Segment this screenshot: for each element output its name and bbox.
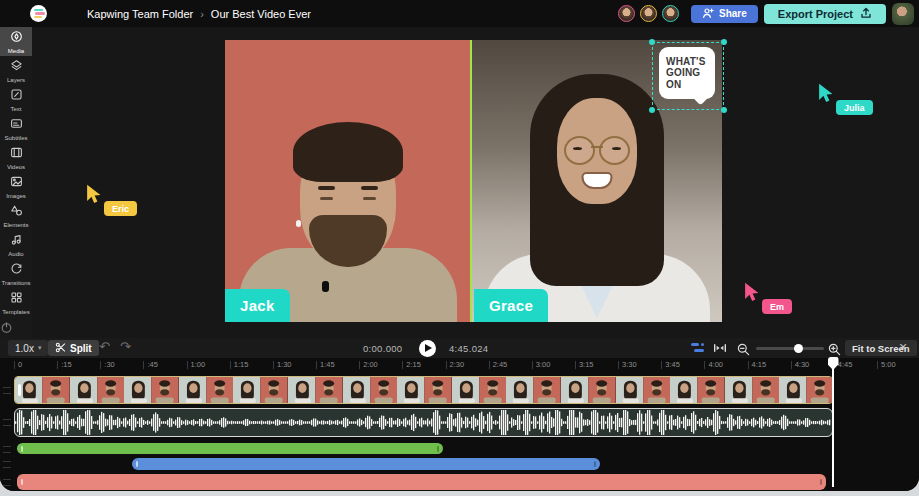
templates-icon: [10, 290, 23, 308]
speech-bubble-selection[interactable]: WHAT'S GOING ON: [652, 42, 724, 110]
sidebar-item-label: Videos: [7, 164, 25, 170]
fit-timeline-icon[interactable]: [713, 341, 727, 359]
sidebar-item-audio[interactable]: Audio: [0, 230, 32, 259]
sidebar-item-layers[interactable]: Layers: [0, 56, 32, 85]
zoom-out-icon[interactable]: [737, 342, 750, 360]
timeline-ruler[interactable]: 0:15:30:451:001:151:301:452:002:152:302:…: [0, 358, 919, 372]
sidebar-item-label: Templates: [2, 309, 29, 315]
play-button[interactable]: [419, 340, 436, 357]
ruler-label: 4:00: [704, 361, 723, 369]
layers-icon: [10, 58, 23, 76]
ruler-label: 4:15: [748, 361, 767, 369]
cursor-julia: Julia: [815, 82, 837, 108]
speech-bubble[interactable]: WHAT'S GOING ON: [659, 47, 715, 99]
ruler-label: 2:45: [489, 361, 508, 369]
clip-green[interactable]: [17, 443, 443, 454]
trim-handle-right[interactable]: [820, 479, 822, 485]
trim-handle-left[interactable]: [21, 446, 23, 452]
breadcrumb-folder[interactable]: Kapwing Team Folder: [87, 8, 193, 20]
speech-bubble-tail: [693, 90, 709, 106]
close-timeline-icon[interactable]: ×: [899, 339, 907, 355]
speed-value: 1.0x: [15, 343, 34, 354]
track-handle-icon: [3, 419, 11, 426]
collaborator-avatars: [618, 5, 679, 22]
playback-speed-dropdown[interactable]: 1.0x ▾: [8, 340, 48, 356]
sidebar-item-label: Subtitles: [4, 135, 27, 141]
ruler-label: :30: [100, 361, 114, 369]
breadcrumb: Kapwing Team Folder › Our Best Video Eve…: [87, 8, 311, 20]
jack-face: [300, 134, 396, 262]
trim-handle-left[interactable]: [136, 461, 138, 467]
clip-red[interactable]: [17, 474, 826, 490]
ruler-label: 1:00: [187, 361, 206, 369]
trim-handle[interactable]: [18, 384, 21, 396]
sidebar-item-media[interactable]: Media: [0, 27, 32, 56]
total-duration: 4:45.024: [449, 343, 488, 354]
images-icon: [10, 174, 23, 192]
sidebar-item-templates[interactable]: Templates: [0, 288, 32, 317]
sidebar-item-text[interactable]: Text: [0, 85, 32, 114]
name-tag-grace[interactable]: Grace: [474, 289, 548, 322]
timeline-rows-icon[interactable]: [691, 343, 705, 353]
selection-handle[interactable]: [721, 39, 727, 45]
cursor-label: Em: [762, 299, 792, 314]
ruler-label: 2:30: [446, 361, 465, 369]
breadcrumb-project-title[interactable]: Our Best Video Ever: [211, 8, 311, 20]
selection-handle[interactable]: [649, 107, 655, 113]
sidebar-item-label: Layers: [7, 77, 25, 83]
selection-handle[interactable]: [649, 39, 655, 45]
timeline-zoom-slider[interactable]: [756, 347, 824, 350]
clip-blue[interactable]: [132, 458, 600, 470]
zoom-slider-thumb[interactable]: [794, 344, 803, 353]
top-bar: Kapwing Team Folder › Our Best Video Eve…: [0, 0, 919, 27]
sidebar-item-videos[interactable]: Videos: [0, 143, 32, 172]
ruler-label: 2:00: [359, 361, 378, 369]
sidebar-item-images[interactable]: Images: [0, 172, 32, 201]
sidebar-item-label: Text: [10, 106, 21, 112]
plugins-icon: [0, 320, 13, 338]
ruler-label: 3:15: [575, 361, 594, 369]
sidebar-item-transitions[interactable]: Transitions: [0, 259, 32, 288]
name-tag-jack[interactable]: Jack: [225, 289, 290, 322]
media-icon: [10, 29, 23, 47]
header-actions: Share Export Project: [618, 3, 919, 25]
playhead-line: [832, 369, 834, 487]
video-left-jack[interactable]: Jack: [225, 40, 470, 322]
audio-icon: [10, 232, 23, 250]
export-project-button[interactable]: Export Project: [764, 4, 886, 24]
audio-waveform-track[interactable]: [14, 408, 833, 437]
video-layer[interactable]: Jack Grace: [225, 40, 722, 322]
collaborator-avatar[interactable]: [618, 5, 635, 22]
track-handle-icon: [3, 387, 11, 394]
trim-handle-right[interactable]: [437, 446, 439, 452]
ruler-label: 5:00: [877, 361, 896, 369]
ruler-label: 3:30: [618, 361, 637, 369]
transitions-icon: [10, 261, 23, 279]
user-avatar[interactable]: [892, 3, 914, 25]
current-time: 0:00.000: [363, 343, 402, 354]
selection-handle[interactable]: [721, 107, 727, 113]
sidebar-item-subtitles[interactable]: Subtitles: [0, 114, 32, 143]
trim-handle-right[interactable]: [594, 461, 596, 467]
undo-button[interactable]: ↶: [99, 339, 110, 354]
cursor-label: Eric: [104, 201, 137, 216]
trim-handle-left[interactable]: [21, 479, 23, 485]
kapwing-logo-icon[interactable]: [30, 5, 47, 22]
sidebar-item-plugins[interactable]: [0, 317, 32, 338]
sidebar-item-elements[interactable]: Elements: [0, 201, 32, 230]
zoom-in-icon[interactable]: [828, 342, 841, 360]
export-button-label: Export Project: [778, 8, 853, 20]
share-button[interactable]: Share: [691, 5, 758, 23]
timeline-toolbar: 1.0x ▾ Split ↶ ↷ 0:00.000 4:45.024 Fit t…: [0, 338, 919, 358]
cursor-em: Em: [741, 281, 763, 307]
subtitles-icon: [10, 116, 23, 134]
lav-mic: [322, 281, 329, 292]
video-thumbnail-track[interactable]: [14, 376, 833, 404]
collaborator-avatar[interactable]: [640, 5, 657, 22]
collaborator-avatar[interactable]: [662, 5, 679, 22]
waveform-graphic: [15, 409, 832, 436]
redo-button[interactable]: ↷: [120, 339, 131, 354]
kapwing-editor-window: Kapwing Team Folder › Our Best Video Eve…: [0, 0, 919, 491]
split-button[interactable]: Split: [48, 340, 99, 356]
sidebar-item-label: Audio: [8, 251, 23, 257]
